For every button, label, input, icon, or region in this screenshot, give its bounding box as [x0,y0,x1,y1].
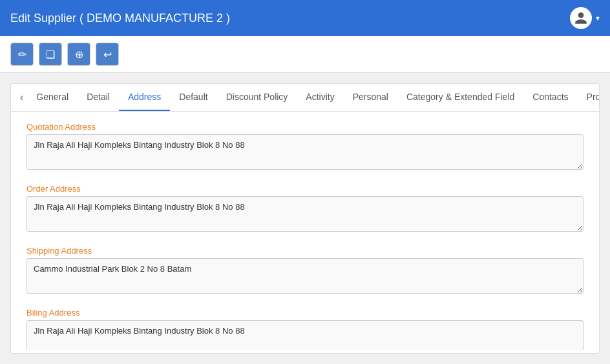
copy-button[interactable]: ❑ [39,43,62,66]
tab-contacts[interactable]: Contacts [523,84,577,111]
user-menu[interactable]: ▾ [570,7,600,29]
shipping-address-input[interactable]: Cammo Industrial Park Blok 2 No 8 Batam [26,258,584,294]
tab-address[interactable]: Address [119,84,170,111]
tab-default[interactable]: Default [170,84,216,111]
order-address-input[interactable]: Jln Raja Ali Haji Kompleks Bintang Indus… [26,196,584,232]
shipping-address-label: Shipping Address [26,246,584,256]
main-content: ‹ General Detail Address Default Discoun… [0,73,610,364]
content-card: ‹ General Detail Address Default Discoun… [10,83,600,354]
tab-category-extended-field[interactable]: Category & Extended Field [397,84,523,111]
user-menu-chevron-icon: ▾ [596,14,600,23]
biling-address-group: Biling Address Jln Raja Ali Haji Komplek… [26,308,584,350]
tab-personal[interactable]: Personal [344,84,397,111]
add-button[interactable]: ⊕ [67,43,90,66]
tab-detail[interactable]: Detail [78,84,119,111]
order-address-label: Order Address [26,184,584,194]
quotation-address-input[interactable]: Jln Raja Ali Haji Kompleks Bintang Indus… [26,134,584,170]
tabs-bar: ‹ General Detail Address Default Discoun… [11,84,599,112]
order-address-group: Order Address Jln Raja Ali Haji Kompleks… [26,184,584,234]
header: Edit Supplier ( DEMO MANUFACTURE 2 ) ▾ [0,0,610,36]
tab-discount-policy[interactable]: Discount Policy [217,84,297,111]
toolbar: ✏ ❑ ⊕ ↩ [0,36,610,73]
biling-address-label: Biling Address [26,308,584,318]
tab-activity[interactable]: Activity [297,84,343,111]
tabs-prev-button[interactable]: ‹ [16,89,27,106]
form-content: Quotation Address Jln Raja Ali Haji Komp… [11,112,599,350]
page-title: Edit Supplier ( DEMO MANUFACTURE 2 ) [10,12,230,25]
edit-button[interactable]: ✏ [10,43,34,66]
biling-address-input[interactable]: Jln Raja Ali Haji Kompleks Bintang Indus… [26,320,584,350]
tab-product-ca[interactable]: Product Ca [578,84,599,111]
quotation-address-group: Quotation Address Jln Raja Ali Haji Komp… [26,122,584,172]
avatar [570,7,592,29]
quotation-address-label: Quotation Address [26,122,584,132]
back-button[interactable]: ↩ [96,43,119,66]
shipping-address-group: Shipping Address Cammo Industrial Park B… [26,246,584,296]
tab-general[interactable]: General [27,84,78,111]
